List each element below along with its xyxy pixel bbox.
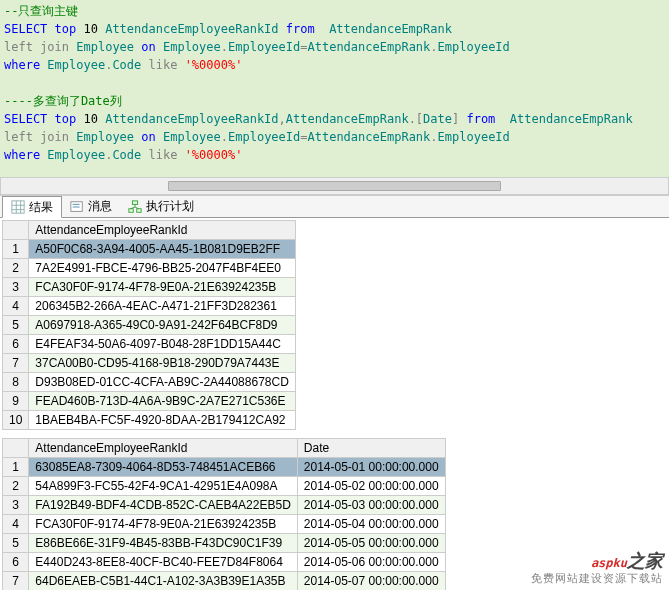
result-grid-1[interactable]: AttendanceEmployeeRankId1A50F0C68-3A94-4… — [2, 220, 296, 430]
cell[interactable]: FCA30F0F-9174-4F78-9E0A-21E63924235B — [29, 515, 297, 534]
grid-corner — [3, 439, 29, 458]
cell[interactable]: E86BE66E-31F9-4B45-83BB-F43DC90C1F39 — [29, 534, 297, 553]
cell[interactable]: 1BAEB4BA-FC5F-4920-8DAA-2B179412CA92 — [29, 411, 295, 430]
horizontal-scrollbar[interactable] — [0, 177, 669, 195]
row-number: 7 — [3, 572, 29, 591]
tab-results[interactable]: 结果 — [2, 196, 62, 218]
table-row[interactable]: 27A2E4991-FBCE-4796-BB25-2047F4BF4EE0 — [3, 259, 296, 278]
table-row[interactable]: 4FCA30F0F-9174-4F78-9E0A-21E63924235B201… — [3, 515, 446, 534]
cell[interactable]: 2014-05-05 00:00:00.000 — [297, 534, 445, 553]
row-number: 3 — [3, 496, 29, 515]
svg-rect-8 — [132, 200, 137, 204]
row-number: 1 — [3, 458, 29, 477]
svg-rect-0 — [12, 201, 24, 213]
result-grid-2[interactable]: AttendanceEmployeeRankIdDate163085EA8-73… — [2, 438, 446, 590]
row-number: 3 — [3, 278, 29, 297]
row-number: 5 — [3, 316, 29, 335]
row-number: 8 — [3, 373, 29, 392]
cell[interactable]: E440D243-8EE8-40CF-BC40-FEE7D84F8064 — [29, 553, 297, 572]
row-number: 9 — [3, 392, 29, 411]
table-row[interactable]: 5E86BE66E-31F9-4B45-83BB-F43DC90C1F39201… — [3, 534, 446, 553]
col-header[interactable]: AttendanceEmployeeRankId — [29, 439, 297, 458]
cell[interactable]: 64D6EAEB-C5B1-44C1-A102-3A3B39E1A35B — [29, 572, 297, 591]
table-row[interactable]: 1A50F0C68-3A94-4005-AA45-1B081D9EB2FF — [3, 240, 296, 259]
table-row[interactable]: 9FEAD460B-713D-4A6A-9B9C-2A7E271C536E — [3, 392, 296, 411]
comment: ----多查询了Date列 — [4, 94, 122, 108]
message-icon — [70, 200, 84, 214]
cell[interactable]: 7A2E4991-FBCE-4796-BB25-2047F4BF4EE0 — [29, 259, 295, 278]
table-row[interactable]: 764D6EAEB-C5B1-44C1-A102-3A3B39E1A35B201… — [3, 572, 446, 591]
col-header[interactable]: AttendanceEmployeeRankId — [29, 221, 295, 240]
cell[interactable]: 2014-05-01 00:00:00.000 — [297, 458, 445, 477]
col-header[interactable]: Date — [297, 439, 445, 458]
comment: --只查询主键 — [4, 4, 78, 18]
cell[interactable]: 63085EA8-7309-4064-8D53-748451ACEB66 — [29, 458, 297, 477]
cell[interactable]: A0697918-A365-49C0-9A91-242F64BCF8D9 — [29, 316, 295, 335]
sql-editor[interactable]: --只查询主键 SELECT top 10 AttendanceEmployee… — [0, 0, 669, 177]
cell[interactable]: E4FEAF34-50A6-4097-B048-28F1DD15A44C — [29, 335, 295, 354]
table-row[interactable]: 737CA00B0-CD95-4168-9B18-290D79A7443E — [3, 354, 296, 373]
grid-icon — [11, 200, 25, 214]
results-tabs: 结果 消息 执行计划 — [0, 195, 669, 218]
row-number: 4 — [3, 515, 29, 534]
svg-rect-9 — [129, 208, 133, 212]
table-row[interactable]: 254A899F3-FC55-42F4-9CA1-42951E4A098A201… — [3, 477, 446, 496]
row-number: 1 — [3, 240, 29, 259]
cell[interactable]: A50F0C68-3A94-4005-AA45-1B081D9EB2FF — [29, 240, 295, 259]
row-number: 5 — [3, 534, 29, 553]
cell[interactable]: 2014-05-07 00:00:00.000 — [297, 572, 445, 591]
cell[interactable]: FEAD460B-713D-4A6A-9B9C-2A7E271C536E — [29, 392, 295, 411]
cell[interactable]: 37CA00B0-CD95-4168-9B18-290D79A7443E — [29, 354, 295, 373]
table-row[interactable]: 6E440D243-8EE8-40CF-BC40-FEE7D84F8064201… — [3, 553, 446, 572]
svg-rect-10 — [137, 208, 141, 212]
tab-execution-plan[interactable]: 执行计划 — [120, 196, 202, 217]
grid-corner — [3, 221, 29, 240]
row-number: 6 — [3, 553, 29, 572]
table-row[interactable]: 3FCA30F0F-9174-4F78-9E0A-21E63924235B — [3, 278, 296, 297]
cell[interactable]: D93B08ED-01CC-4CFA-AB9C-2A44088678CD — [29, 373, 295, 392]
cell[interactable]: 2014-05-06 00:00:00.000 — [297, 553, 445, 572]
table-row[interactable]: 8D93B08ED-01CC-4CFA-AB9C-2A44088678CD — [3, 373, 296, 392]
table-row[interactable]: 101BAEB4BA-FC5F-4920-8DAA-2B179412CA92 — [3, 411, 296, 430]
row-number: 6 — [3, 335, 29, 354]
cell[interactable]: 206345B2-266A-4EAC-A471-21FF3D282361 — [29, 297, 295, 316]
plan-icon — [128, 200, 142, 214]
cell[interactable]: 2014-05-04 00:00:00.000 — [297, 515, 445, 534]
row-number: 2 — [3, 259, 29, 278]
table-row[interactable]: 6E4FEAF34-50A6-4097-B048-28F1DD15A44C — [3, 335, 296, 354]
tab-messages[interactable]: 消息 — [62, 196, 120, 217]
table-row[interactable]: 163085EA8-7309-4064-8D53-748451ACEB66201… — [3, 458, 446, 477]
cell[interactable]: FCA30F0F-9174-4F78-9E0A-21E63924235B — [29, 278, 295, 297]
row-number: 7 — [3, 354, 29, 373]
row-number: 4 — [3, 297, 29, 316]
row-number: 10 — [3, 411, 29, 430]
table-row[interactable]: 5A0697918-A365-49C0-9A91-242F64BCF8D9 — [3, 316, 296, 335]
table-row[interactable]: 4206345B2-266A-4EAC-A471-21FF3D282361 — [3, 297, 296, 316]
results-pane: AttendanceEmployeeRankId1A50F0C68-3A94-4… — [0, 218, 669, 590]
cell[interactable]: 2014-05-03 00:00:00.000 — [297, 496, 445, 515]
cell[interactable]: 2014-05-02 00:00:00.000 — [297, 477, 445, 496]
cell[interactable]: 54A899F3-FC55-42F4-9CA1-42951E4A098A — [29, 477, 297, 496]
row-number: 2 — [3, 477, 29, 496]
table-row[interactable]: 3FA192B49-BDF4-4CDB-852C-CAEB4A22EB5D201… — [3, 496, 446, 515]
cell[interactable]: FA192B49-BDF4-4CDB-852C-CAEB4A22EB5D — [29, 496, 297, 515]
